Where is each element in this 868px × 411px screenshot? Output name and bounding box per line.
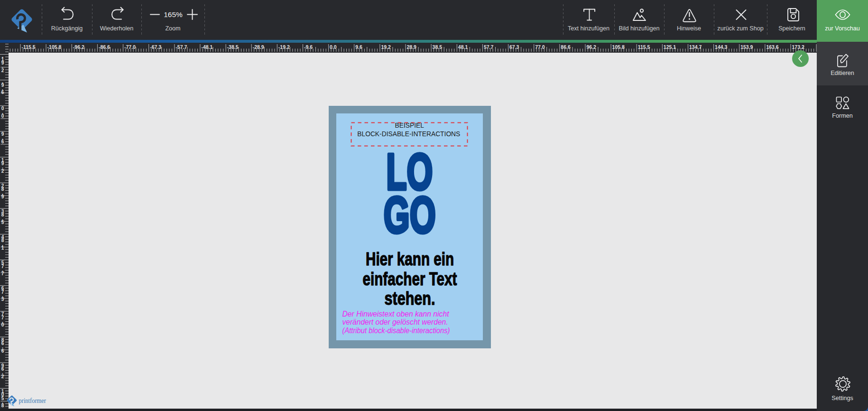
svg-text:38.5: 38.5 <box>433 44 443 50</box>
svg-text:6: 6 <box>1 90 4 95</box>
svg-text:-38.5: -38.5 <box>227 44 239 50</box>
svg-text:6: 6 <box>1 139 4 144</box>
svg-text:-105.8: -105.8 <box>47 44 62 50</box>
svg-text:57.7: 57.7 <box>484 44 494 50</box>
svg-text:163.6: 163.6 <box>766 44 778 50</box>
svg-text:165%: 165% <box>164 10 183 19</box>
svg-text:115.5: 115.5 <box>638 44 650 50</box>
svg-text:GO: GO <box>384 186 436 243</box>
svg-text:-9.6: -9.6 <box>304 44 313 50</box>
svg-text:7: 7 <box>1 271 4 276</box>
svg-text:19.2: 19.2 <box>381 44 391 50</box>
svg-text:48.1: 48.1 <box>458 44 468 50</box>
svg-text:173.2: 173.2 <box>792 44 804 50</box>
svg-text:printformer: printformer <box>19 397 46 404</box>
svg-text:9.6: 9.6 <box>355 44 362 50</box>
svg-text:5: 5 <box>1 220 4 225</box>
svg-text:3: 3 <box>1 297 4 302</box>
svg-text:144.3: 144.3 <box>715 44 727 50</box>
svg-text:2: 2 <box>1 68 4 73</box>
svg-text:BEISPIEL: BEISPIEL <box>395 122 425 129</box>
svg-text:9: 9 <box>1 194 4 199</box>
svg-text:2: 2 <box>1 168 4 174</box>
svg-text:-48.1: -48.1 <box>201 44 212 50</box>
svg-text:8: 8 <box>1 403 4 408</box>
svg-text:-19.2: -19.2 <box>278 44 290 50</box>
svg-text:-57.7: -57.7 <box>175 44 187 50</box>
svg-text:77.0: 77.0 <box>535 44 545 50</box>
svg-text:stehen.: stehen. <box>385 288 435 308</box>
svg-text:86.6: 86.6 <box>561 44 571 50</box>
svg-text:153.9: 153.9 <box>740 44 753 50</box>
svg-text:-115.5: -115.5 <box>22 44 36 50</box>
svg-text:1: 1 <box>1 245 4 251</box>
svg-text:-77.0: -77.0 <box>124 44 136 50</box>
svg-text:67.3: 67.3 <box>509 44 519 50</box>
svg-text:125.1: 125.1 <box>664 44 676 50</box>
svg-text:(Attribut block-disable-intera: (Attribut block-disable-interactions) <box>342 326 450 335</box>
svg-text:Hier kann ein: Hier kann ein <box>366 249 454 269</box>
svg-text:-86.6: -86.6 <box>99 44 110 50</box>
svg-text:Der Hinweistext oben kann nich: Der Hinweistext oben kann nicht <box>342 309 450 318</box>
svg-text:0: 0 <box>1 322 4 327</box>
svg-text:0.0: 0.0 <box>330 44 337 50</box>
svg-text:134.7: 134.7 <box>689 44 702 50</box>
svg-text:0: 0 <box>1 113 4 119</box>
svg-text:-67.3: -67.3 <box>150 44 161 50</box>
svg-text:BLOCK-DISABLE-INTERACTIONS: BLOCK-DISABLE-INTERACTIONS <box>357 131 460 138</box>
svg-text:-96.2: -96.2 <box>73 44 84 50</box>
svg-text:28.9: 28.9 <box>407 44 417 50</box>
svg-text:verändert oder gelöscht werden: verändert oder gelöscht werden. <box>342 318 448 327</box>
svg-text:105.8: 105.8 <box>612 44 625 50</box>
svg-text:6: 6 <box>1 348 4 354</box>
svg-text:-28.9: -28.9 <box>253 44 264 50</box>
svg-text:96.2: 96.2 <box>586 44 596 50</box>
svg-text:einfacher Text: einfacher Text <box>363 269 457 289</box>
svg-text:2: 2 <box>1 374 4 379</box>
